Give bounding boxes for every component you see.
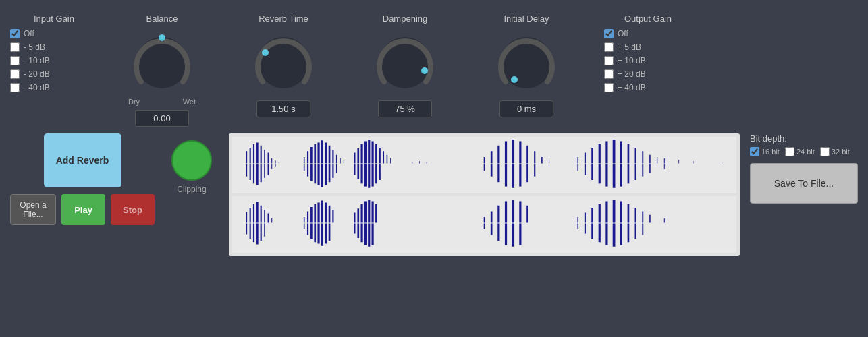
dampening-value: 75 % bbox=[378, 100, 432, 117]
clipping-label: Clipping bbox=[177, 185, 206, 194]
waveform-section bbox=[229, 133, 740, 256]
input-gain-5db-checkbox[interactable] bbox=[10, 42, 20, 52]
output-gain-40db-checkbox[interactable] bbox=[604, 83, 614, 92]
balance-title: Balance bbox=[111, 13, 213, 24]
initial-delay-section: Initial Delay 0 ms bbox=[476, 13, 577, 117]
output-gain-10db-label: + 10 dB bbox=[618, 56, 646, 65]
add-reverb-button[interactable]: Add Reverb bbox=[44, 133, 121, 187]
output-gain-20db[interactable]: + 20 dB bbox=[604, 69, 646, 79]
open-file-button[interactable]: Open a File... bbox=[10, 194, 56, 225]
waveform-channel-1 bbox=[232, 137, 736, 193]
svg-point-2 bbox=[258, 37, 309, 88]
reverb-time-title: Reverb Time bbox=[233, 13, 334, 24]
input-gain-20db[interactable]: - 20 dB bbox=[10, 69, 50, 79]
output-gain-10db-checkbox[interactable] bbox=[604, 56, 614, 65]
waveform-channel-2 bbox=[232, 196, 736, 253]
main-container: Input Gain Off - 5 dB - 10 dB - 20 dB - … bbox=[0, 0, 868, 337]
reverb-time-value: 1.50 s bbox=[256, 100, 310, 117]
stop-button[interactable]: Stop bbox=[111, 194, 155, 225]
output-gain-off[interactable]: Off bbox=[604, 29, 628, 38]
dampening-knob[interactable] bbox=[371, 29, 439, 96]
balance-section: Balance Dry Wet 0.00 bbox=[111, 13, 213, 127]
input-gain-10db-checkbox[interactable] bbox=[10, 56, 20, 65]
balance-value: 0.00 bbox=[135, 110, 189, 127]
bit-32-checkbox[interactable] bbox=[820, 147, 830, 156]
input-gain-20db-label: - 20 dB bbox=[24, 69, 50, 79]
output-gain-5db[interactable]: + 5 dB bbox=[604, 42, 641, 52]
top-controls: Input Gain Off - 5 dB - 10 dB - 20 dB - … bbox=[10, 7, 858, 130]
balance-label-wet: Wet bbox=[183, 98, 196, 106]
bit-depth-options: 16 bit 24 bit 32 bit bbox=[750, 147, 858, 156]
svg-point-0 bbox=[136, 37, 188, 88]
bit-16[interactable]: 16 bit bbox=[750, 147, 780, 156]
output-gain-20db-checkbox[interactable] bbox=[604, 69, 614, 79]
svg-point-7 bbox=[511, 76, 518, 83]
input-gain-off[interactable]: Off bbox=[10, 29, 34, 38]
input-gain-off-label: Off bbox=[24, 29, 34, 38]
bit-24-label: 24 bit bbox=[796, 148, 815, 156]
input-gain-40db-label: - 40 dB bbox=[24, 83, 50, 92]
input-gain-10db-label: - 10 dB bbox=[24, 56, 50, 65]
dampening-section: Dampening 75 % bbox=[354, 13, 456, 117]
input-gain-5db-label: - 5 dB bbox=[24, 42, 45, 52]
clipping-indicator bbox=[171, 140, 212, 181]
svg-point-1 bbox=[159, 34, 165, 41]
bit-16-label: 16 bit bbox=[761, 148, 780, 156]
playback-buttons: Open a File... Play Stop bbox=[10, 194, 155, 225]
bit-32-label: 32 bit bbox=[832, 148, 850, 156]
bit-24-checkbox[interactable] bbox=[785, 147, 794, 156]
input-gain-10db[interactable]: - 10 dB bbox=[10, 56, 50, 65]
input-gain-title: Input Gain bbox=[10, 13, 98, 24]
output-gain-5db-label: + 5 dB bbox=[618, 42, 641, 52]
input-gain-section: Input Gain Off - 5 dB - 10 dB - 20 dB - … bbox=[10, 13, 98, 96]
balance-knob[interactable] bbox=[128, 29, 196, 96]
input-gain-5db[interactable]: - 5 dB bbox=[10, 42, 45, 52]
dampening-title: Dampening bbox=[354, 13, 456, 24]
output-gain-10db[interactable]: + 10 dB bbox=[604, 56, 646, 65]
svg-rect-118 bbox=[232, 196, 736, 250]
clipping-section: Clipping bbox=[165, 133, 219, 194]
balance-knob-labels: Dry Wet bbox=[128, 98, 196, 106]
svg-point-6 bbox=[501, 37, 552, 88]
play-button[interactable]: Play bbox=[61, 194, 105, 225]
initial-delay-knob[interactable] bbox=[493, 29, 560, 96]
svg-point-3 bbox=[262, 49, 269, 56]
initial-delay-value: 0 ms bbox=[499, 100, 553, 117]
output-gain-40db[interactable]: + 40 dB bbox=[604, 83, 646, 92]
svg-point-4 bbox=[379, 37, 431, 88]
output-gain-section: Output Gain Off + 5 dB + 10 dB + 20 dB +… bbox=[604, 13, 692, 96]
left-buttons: Add Reverb Open a File... Play Stop bbox=[10, 133, 155, 225]
input-gain-40db[interactable]: - 40 dB bbox=[10, 83, 50, 92]
input-gain-20db-checkbox[interactable] bbox=[10, 69, 20, 79]
bit-depth-section: Bit depth: 16 bit 24 bit 32 bit bbox=[750, 133, 858, 156]
bottom-section: Add Reverb Open a File... Play Stop Clip… bbox=[10, 130, 858, 330]
output-gain-off-label: Off bbox=[618, 29, 628, 38]
output-gain-off-checkbox[interactable] bbox=[604, 29, 614, 38]
output-gain-40db-label: + 40 dB bbox=[618, 83, 646, 92]
output-gain-title: Output Gain bbox=[604, 13, 692, 24]
svg-rect-8 bbox=[232, 137, 736, 191]
input-gain-off-checkbox[interactable] bbox=[10, 29, 20, 38]
bit-32[interactable]: 32 bit bbox=[820, 147, 850, 156]
reverb-time-knob[interactable] bbox=[250, 29, 317, 96]
input-gain-40db-checkbox[interactable] bbox=[10, 83, 20, 92]
initial-delay-title: Initial Delay bbox=[476, 13, 577, 24]
bit-depth-title: Bit depth: bbox=[750, 133, 858, 144]
bit-16-checkbox[interactable] bbox=[750, 147, 759, 156]
output-gain-5db-checkbox[interactable] bbox=[604, 42, 614, 52]
bit-24[interactable]: 24 bit bbox=[785, 147, 815, 156]
save-to-file-button[interactable]: Save To File... bbox=[750, 163, 858, 204]
svg-point-5 bbox=[421, 67, 428, 74]
output-gain-20db-label: + 20 dB bbox=[618, 69, 646, 79]
reverb-time-section: Reverb Time 1.50 s bbox=[233, 13, 334, 117]
right-panel: Bit depth: 16 bit 24 bit 32 bit bbox=[750, 133, 858, 204]
balance-label-dry: Dry bbox=[128, 98, 140, 106]
